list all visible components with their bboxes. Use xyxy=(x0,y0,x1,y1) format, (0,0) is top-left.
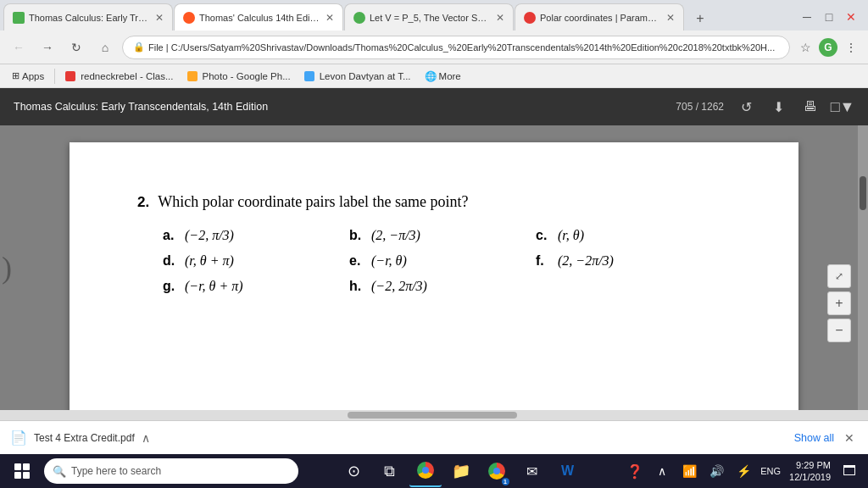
start-button[interactable] xyxy=(3,455,41,487)
taskbar-keyboard-icon[interactable]: ENG xyxy=(759,459,782,483)
minimize-button[interactable]: ─ xyxy=(797,7,817,27)
answer-b-label: b. xyxy=(349,228,366,243)
address-input[interactable]: 🔒 File | C:/Users/Satyam%20Shrivastav/Do… xyxy=(122,36,790,59)
win-logo-sq-1 xyxy=(14,463,21,470)
new-tab-button[interactable]: + xyxy=(688,7,712,30)
zoom-in-button[interactable]: + xyxy=(827,291,851,315)
answer-placeholder xyxy=(536,279,773,294)
bookmark-redneckrebel[interactable]: redneckrebel - Clas... xyxy=(60,69,178,83)
bookmark-levon[interactable]: Levon Davtyan at T... xyxy=(299,69,416,83)
windows-logo-icon xyxy=(14,463,30,479)
pdf-content: ) 2. Which polar coordinate pairs label … xyxy=(0,125,868,410)
back-button[interactable]: ← xyxy=(7,36,31,59)
download-options-button[interactable]: ∧ xyxy=(142,431,150,445)
taskbar-battery-icon[interactable]: ⚡ xyxy=(732,459,755,483)
answer-d-text: (r, θ + π) xyxy=(185,253,234,269)
download-file-icon: 📄 xyxy=(10,430,27,446)
zoom-fit-button[interactable]: ⤢ xyxy=(827,264,851,288)
chrome-logo-icon xyxy=(417,462,434,479)
bookmark-photo[interactable]: Photo - Google Ph... xyxy=(182,69,296,83)
browser-menu-icon[interactable]: ⋮ xyxy=(841,37,861,58)
bookmark-photo-icon xyxy=(187,71,198,81)
answer-c: c. (r, θ) xyxy=(536,228,773,243)
answer-d: d. (r, θ + π) xyxy=(163,253,349,269)
taskbar-cortana-icon[interactable]: ⊙ xyxy=(338,455,370,487)
taskbar-question-icon[interactable]: ❓ xyxy=(623,459,647,483)
chrome2-badge: 1 xyxy=(502,478,509,485)
taskbar-chrome-icon[interactable] xyxy=(409,455,442,487)
pdf-hscrollbar[interactable] xyxy=(0,410,868,420)
pdf-scrollbar-thumb[interactable] xyxy=(860,176,866,210)
zoom-out-button[interactable]: − xyxy=(827,319,851,342)
taskbar-word-icon[interactable]: W xyxy=(552,455,584,487)
taskbar-task-view-icon[interactable]: ⧉ xyxy=(374,455,406,487)
bookmark-more-icon: 🌐 xyxy=(425,70,437,82)
pdf-download-button[interactable]: ⬇ xyxy=(766,95,790,119)
bookmark-photo-label: Photo - Google Ph... xyxy=(203,71,291,81)
pdf-rotate-button[interactable]: ↺ xyxy=(734,95,758,119)
maximize-button[interactable]: □ xyxy=(819,7,839,27)
taskbar-time: 9:29 PM xyxy=(789,459,831,471)
bookmark-apps[interactable]: ⊞ Apps xyxy=(7,69,49,83)
tab-2[interactable]: Thomas' Calculus 14th Edition 1e... ✕ xyxy=(174,3,343,30)
download-close-button[interactable]: ✕ xyxy=(841,428,858,448)
taskbar-file-explorer-icon[interactable]: 📁 xyxy=(445,455,477,487)
tab-3-close[interactable]: ✕ xyxy=(496,12,504,24)
bookmark-more[interactable]: 🌐 More xyxy=(420,69,466,84)
taskbar: 🔍 Type here to search ⊙ ⧉ 📁 1 ✉ W ❓ xyxy=(0,454,868,488)
answers-grid: a. (−2, π/3) b. (2, −π/3) c. (r, θ) d. xyxy=(163,228,731,294)
pdf-title: Thomas Calculus: Early Transcendentals, … xyxy=(14,101,665,113)
apps-grid-icon: ⊞ xyxy=(12,70,19,81)
window-controls: ─ □ ✕ xyxy=(797,7,861,27)
taskbar-notification-icon[interactable]: 🗖 xyxy=(837,459,861,483)
tab-2-favicon xyxy=(183,12,195,24)
bookmark-apps-label: Apps xyxy=(22,71,44,81)
pdf-toolbar: Thomas Calculus: Early Transcendentals, … xyxy=(0,88,868,125)
bookmark-star-icon[interactable]: ☆ xyxy=(795,37,815,58)
tab-4-close[interactable]: ✕ xyxy=(666,12,675,24)
answer-b-text: (2, −π/3) xyxy=(371,228,420,243)
taskbar-clock[interactable]: 9:29 PM 12/1/2019 xyxy=(786,459,834,484)
tab-1-close[interactable]: ✕ xyxy=(155,12,164,24)
tab-3[interactable]: Let V = P_5, The Vector Space Of... ✕ xyxy=(344,3,514,30)
pdf-scrollbar[interactable] xyxy=(858,125,868,410)
address-url: File | C:/Users/Satyam%20Shrivastav/Down… xyxy=(148,42,775,53)
tab-1-label: Thomas Calculus: Early Transcend... xyxy=(29,13,149,23)
win-logo-sq-3 xyxy=(14,472,21,479)
show-all-button[interactable]: Show all xyxy=(794,432,834,444)
forward-button[interactable]: → xyxy=(36,36,59,59)
taskbar-chevron-icon[interactable]: ∧ xyxy=(650,459,674,483)
taskbar-date: 12/1/2019 xyxy=(789,471,831,483)
bookmark-separator-1 xyxy=(54,69,55,84)
taskbar-mail-icon[interactable]: ✉ xyxy=(516,455,548,487)
pdf-print-button[interactable]: 🖶 xyxy=(798,95,822,119)
profile-icon[interactable]: G xyxy=(819,38,837,57)
tab-3-favicon xyxy=(353,12,365,24)
pdf-page-info: 705 / 1262 xyxy=(676,101,724,113)
taskbar-search-box[interactable]: 🔍 Type here to search xyxy=(44,458,298,484)
taskbar-chrome2-icon[interactable]: 1 xyxy=(481,455,513,487)
home-button[interactable]: ⌂ xyxy=(93,36,117,59)
tab-4-label: Polar coordinates | Parametric eq... xyxy=(540,13,660,23)
pdf-page: 2. Which polar coordinate pairs label th… xyxy=(70,142,798,410)
pdf-toolbar-icons: ↺ ⬇ 🖶 □▼ xyxy=(734,95,854,119)
answer-b: b. (2, −π/3) xyxy=(349,228,536,243)
taskbar-search-placeholder: Type here to search xyxy=(71,465,161,477)
tab-4[interactable]: Polar coordinates | Parametric eq... ✕ xyxy=(515,3,684,30)
pdf-viewer: Thomas Calculus: Early Transcendentals, … xyxy=(0,88,868,420)
answer-a-label: a. xyxy=(163,228,180,243)
address-bar: ← → ↻ ⌂ 🔒 File | C:/Users/Satyam%20Shriv… xyxy=(0,30,868,64)
pdf-more-button[interactable]: □▼ xyxy=(831,95,854,119)
pdf-hscrollbar-thumb[interactable] xyxy=(348,412,517,419)
answer-g: g. (−r, θ + π) xyxy=(163,279,349,294)
tab-1[interactable]: Thomas Calculus: Early Transcend... ✕ xyxy=(3,3,173,30)
chrome2-logo-center xyxy=(493,468,500,474)
taskbar-volume-icon[interactable]: 🔊 xyxy=(704,459,728,483)
reload-button[interactable]: ↻ xyxy=(64,36,88,59)
answer-g-label: g. xyxy=(163,279,180,294)
taskbar-network-icon[interactable]: 📶 xyxy=(677,459,701,483)
close-button[interactable]: ✕ xyxy=(841,7,861,27)
answer-c-label: c. xyxy=(536,228,553,243)
answer-c-text: (r, θ) xyxy=(558,228,584,243)
tab-2-close[interactable]: ✕ xyxy=(326,12,334,24)
